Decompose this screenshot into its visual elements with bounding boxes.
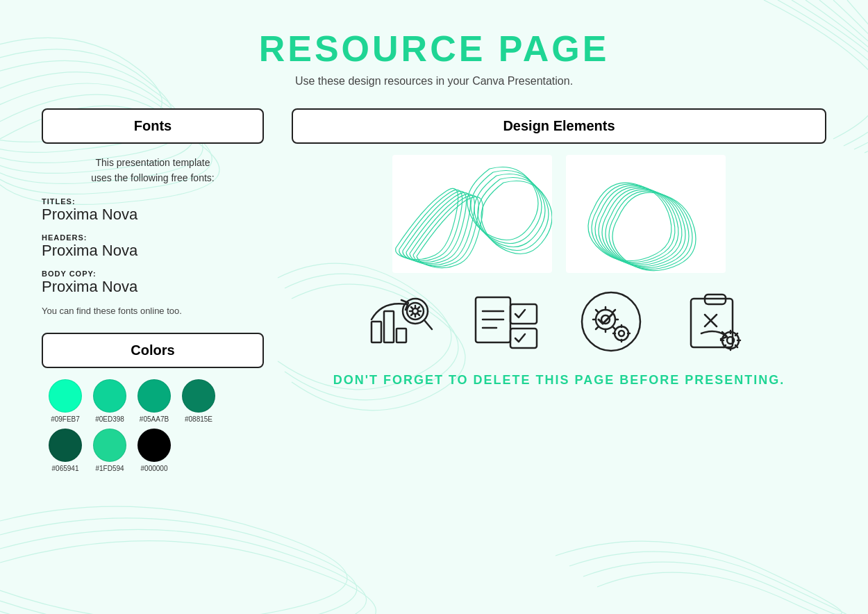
swatch-label-7: #000000 [141, 465, 168, 472]
swatch-row-2: #065941 #1FD594 #000000 [49, 429, 264, 472]
swatch-0ed398: #0ED398 [93, 379, 126, 423]
titles-label: TITLES: [42, 197, 264, 206]
fonts-heading-box: Fonts [42, 108, 264, 144]
analytics-search-icon [368, 290, 437, 353]
fonts-desc-line2: uses the following free fonts: [91, 172, 214, 183]
design-images-row [292, 155, 826, 273]
color-circle-2 [93, 379, 126, 413]
headers-label: HEADERS: [42, 233, 264, 242]
fonts-note: You can find these fonts online too. [42, 306, 264, 316]
fonts-heading: Fonts [134, 118, 172, 133]
svg-line-7 [424, 320, 432, 329]
body-label: BODY COPY: [42, 269, 264, 278]
footer-text: DON'T FORGET TO DELETE THIS PAGE BEFORE … [333, 373, 785, 387]
swatch-1fd594: #1FD594 [93, 429, 126, 472]
svg-rect-14 [510, 329, 537, 348]
design-elements-heading-box: Design Elements [292, 108, 826, 144]
color-circle-7 [137, 429, 171, 462]
body-font-entry: BODY COPY: Proxima Nova [42, 269, 264, 296]
colors-section: Colors #09FEB7 #0ED398 [42, 333, 264, 472]
svg-rect-13 [510, 304, 537, 324]
checklist-icon-container [462, 287, 552, 356]
titles-font-name: Proxima Nova [42, 206, 264, 224]
swatch-label-4: #08815E [185, 415, 212, 423]
topo-shape-2 [566, 155, 726, 273]
svg-point-15 [582, 292, 640, 351]
footer-banner: DON'T FORGET TO DELETE THIS PAGE BEFORE … [292, 373, 826, 388]
colors-heading-box: Colors [42, 333, 264, 368]
swatch-label-5: #065941 [52, 465, 79, 472]
svg-point-18 [615, 326, 628, 340]
svg-point-8 [412, 308, 418, 314]
swatch-065941: #065941 [49, 429, 82, 472]
swatch-row-1: #09FEB7 #0ED398 #05AA7B #08815E [49, 379, 264, 423]
fonts-desc-line1: This presentation template [96, 157, 210, 168]
color-circle-6 [93, 429, 126, 462]
swatch-000000: #000000 [137, 429, 171, 472]
headers-font-entry: HEADERS: Proxima Nova [42, 233, 264, 260]
svg-rect-1 [566, 155, 726, 273]
right-panel: Design Elements [292, 108, 826, 472]
color-circle-3 [137, 379, 171, 413]
color-circle-4 [182, 379, 215, 413]
strategy-board-icon [681, 290, 750, 353]
color-circle-1 [49, 379, 82, 413]
left-panel: Fonts This presentation template uses th… [42, 108, 264, 472]
svg-rect-3 [384, 311, 394, 342]
swatch-label-6: #1FD594 [95, 465, 124, 472]
swatch-label-3: #05AA7B [140, 415, 169, 423]
design-elements-heading: Design Elements [503, 118, 615, 133]
checklist-icon [472, 290, 542, 353]
page-title: RESOURCE PAGE [0, 28, 868, 69]
swatch-label-2: #0ED398 [95, 415, 124, 423]
page-subtitle: Use these design resources in your Canva… [0, 75, 868, 88]
color-swatches: #09FEB7 #0ED398 #05AA7B #08815E [42, 379, 264, 472]
analytics-search-icon-container [358, 287, 448, 356]
titles-font-entry: TITLES: Proxima Nova [42, 197, 264, 224]
topo-shape-1 [392, 155, 552, 273]
headers-font-name: Proxima Nova [42, 242, 264, 260]
svg-rect-4 [397, 329, 406, 342]
fonts-description: This presentation template uses the foll… [42, 155, 264, 186]
icons-row [292, 287, 826, 356]
body-font-name: Proxima Nova [42, 278, 264, 296]
gears-check-icon [576, 290, 646, 353]
color-circle-5 [49, 429, 82, 462]
swatch-05aa7b: #05AA7B [137, 379, 171, 423]
svg-point-19 [619, 331, 624, 336]
svg-rect-2 [372, 322, 381, 342]
swatch-09feb7: #09FEB7 [49, 379, 82, 423]
swatch-08815e: #08815E [182, 379, 215, 423]
strategy-board-icon-container [670, 287, 760, 356]
gears-check-icon-container [566, 287, 656, 356]
header: RESOURCE PAGE Use these design resources… [0, 0, 868, 94]
swatch-label-1: #09FEB7 [51, 415, 80, 423]
colors-heading: Colors [131, 342, 174, 358]
